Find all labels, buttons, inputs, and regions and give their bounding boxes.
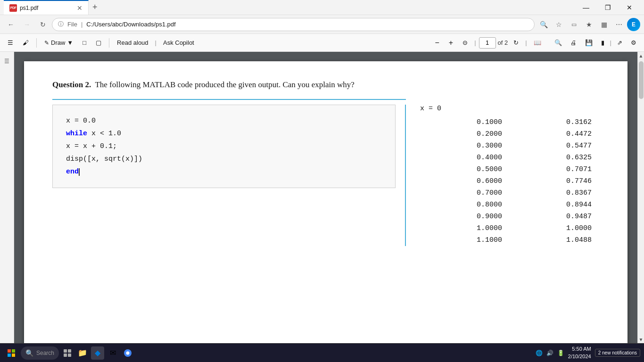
current-date: 2/10/2024 bbox=[568, 353, 591, 360]
task-view-icon bbox=[64, 349, 71, 357]
read-aloud-label: Read aloud bbox=[117, 39, 149, 46]
output-col2: 1.0488 bbox=[510, 234, 599, 246]
address-input-bar[interactable]: ⓘ File | C:/Users/abc/Downloads/ps1.pdf bbox=[52, 18, 535, 31]
table-row: 0.30000.5477 bbox=[420, 140, 599, 152]
new-tab-button[interactable]: + bbox=[89, 2, 101, 12]
text-note-button[interactable]: ▢ bbox=[92, 37, 105, 48]
taskbar-search-bar[interactable]: 🔍 Search bbox=[21, 346, 59, 360]
output-col2: 0.9487 bbox=[510, 211, 599, 222]
code-line-2: while x < 1.0 bbox=[66, 127, 382, 140]
svg-rect-7 bbox=[68, 354, 71, 357]
zoom-out-button[interactable]: − bbox=[431, 37, 443, 49]
code-box: x = 0.0 while x < 1.0 x = x + 0.1; disp(… bbox=[52, 105, 396, 188]
svg-rect-5 bbox=[68, 349, 71, 353]
split-screen-button[interactable]: ▭ bbox=[567, 17, 581, 32]
ask-copilot-button[interactable]: Ask Copilot bbox=[159, 37, 198, 48]
output-col2: 0.8367 bbox=[510, 187, 599, 199]
print-button[interactable]: 🖨 bbox=[567, 37, 580, 48]
output-col1: 0.6000 bbox=[420, 175, 510, 187]
code-line-4: disp([x, sqrt(x)]) bbox=[66, 153, 382, 165]
read-aloud-button[interactable]: Read aloud bbox=[113, 37, 152, 48]
output-col2: 0.7746 bbox=[510, 175, 599, 187]
zoom-in-button[interactable]: + bbox=[445, 37, 457, 49]
tab-title: ps1.pdf bbox=[20, 5, 74, 11]
close-button[interactable]: ✕ bbox=[619, 0, 640, 15]
output-col1: 0.4000 bbox=[420, 152, 510, 164]
table-row: 0.20000.4472 bbox=[420, 128, 599, 140]
edge-taskbar-button[interactable]: ◆ bbox=[91, 346, 104, 360]
table-row: 0.80000.8944 bbox=[420, 199, 599, 211]
scrollbar-thumb[interactable] bbox=[639, 61, 644, 99]
pdf-toolbar: ☰ 🖌 ✎ Draw ▼ □ ▢ Read aloud | Ask Copilo… bbox=[0, 34, 644, 52]
output-col1: 0.7000 bbox=[420, 187, 510, 199]
pdf-viewport[interactable]: Question 2. The following MATLAB code pr… bbox=[14, 52, 637, 343]
table-row: 0.90000.9487 bbox=[420, 211, 599, 222]
output-col1: 0.9000 bbox=[420, 211, 510, 222]
forward-button[interactable]: → bbox=[20, 17, 34, 32]
browser-menu-button[interactable]: ⋯ bbox=[612, 17, 626, 32]
chrome-icon bbox=[124, 349, 132, 357]
scrollbar-up-button[interactable]: ▲ bbox=[638, 52, 644, 59]
start-button[interactable] bbox=[4, 346, 19, 361]
notification-badge[interactable]: 2 new notifications bbox=[595, 349, 640, 357]
search-browser-button[interactable]: 🔍 bbox=[537, 17, 551, 32]
file-explorer-taskbar-button[interactable]: 📁 bbox=[76, 346, 89, 360]
highlight-button[interactable]: 🖌 bbox=[19, 37, 33, 48]
rotate-button[interactable]: ↻ bbox=[510, 37, 522, 48]
fit-page-button[interactable]: ⊝ bbox=[459, 37, 471, 48]
code-line-5: end bbox=[66, 165, 382, 178]
volume-icon[interactable]: 🔊 bbox=[546, 350, 553, 356]
output-col1: 1.1000 bbox=[420, 234, 510, 246]
content-divider bbox=[52, 99, 406, 100]
mail-taskbar-button[interactable]: ✉ bbox=[106, 346, 119, 360]
svg-rect-0 bbox=[8, 349, 11, 353]
page-number-input[interactable] bbox=[479, 37, 496, 49]
current-time: 5:50 AM bbox=[568, 346, 591, 353]
total-pages-label: of 2 bbox=[498, 39, 508, 46]
svg-rect-1 bbox=[12, 349, 15, 353]
pdf-search-button[interactable]: 🔍 bbox=[551, 37, 566, 48]
output-col2: 0.8944 bbox=[510, 199, 599, 211]
profile-button[interactable]: E bbox=[627, 18, 640, 31]
draw-button[interactable]: ✎ Draw ▼ bbox=[41, 37, 77, 48]
svg-point-9 bbox=[126, 351, 130, 354]
toolbar-divider-2 bbox=[109, 38, 109, 48]
chrome-taskbar-button[interactable] bbox=[121, 346, 134, 360]
save-button[interactable]: 💾 bbox=[581, 37, 596, 48]
pdf-right-tools: 🔍 🖨 💾 ▮ | ⇗ ⚙ bbox=[551, 37, 640, 48]
table-row: 0.60000.7746 bbox=[420, 175, 599, 187]
expand-button[interactable]: ⇗ bbox=[613, 37, 626, 48]
task-view-button[interactable] bbox=[61, 346, 74, 360]
favorites-list-button[interactable]: ★ bbox=[582, 17, 596, 32]
bookview-button[interactable]: 📖 bbox=[530, 37, 545, 48]
table-row: 0.40000.6325 bbox=[420, 152, 599, 164]
restore-button[interactable]: ❐ bbox=[597, 0, 619, 15]
highlight-icon: 🖌 bbox=[23, 39, 29, 46]
back-button[interactable]: ← bbox=[4, 17, 18, 32]
collections-button[interactable]: ▦ bbox=[597, 17, 611, 32]
title-bar: PDF ps1.pdf ✕ + — ❐ ✕ bbox=[0, 0, 644, 15]
content-area: x = 0.0 while x < 1.0 x = x + 0.1; disp(… bbox=[52, 105, 599, 246]
annotations-button[interactable]: ☰ bbox=[4, 37, 17, 48]
output-col1: 0.1000 bbox=[420, 116, 510, 128]
left-panel: ☰ bbox=[0, 52, 14, 343]
flashcard-button[interactable]: ▮ bbox=[597, 37, 608, 48]
code-line-3: x = x + 0.1; bbox=[66, 140, 382, 153]
minimize-button[interactable]: — bbox=[575, 0, 597, 15]
pdf-settings-button[interactable]: ⚙ bbox=[627, 37, 640, 48]
refresh-button[interactable]: ↻ bbox=[36, 17, 50, 32]
output-table: 0.10000.31620.20000.44720.30000.54770.40… bbox=[420, 116, 599, 246]
left-panel-button[interactable]: ☰ bbox=[1, 56, 13, 67]
favorites-button[interactable]: ☆ bbox=[552, 17, 566, 32]
tab-close-button[interactable]: ✕ bbox=[77, 4, 83, 12]
scrollbar-down-button[interactable]: ▼ bbox=[638, 336, 644, 343]
eraser-button[interactable]: □ bbox=[79, 37, 90, 48]
annotations-icon: ☰ bbox=[8, 39, 13, 46]
output-col1: 0.5000 bbox=[420, 164, 510, 175]
active-tab[interactable]: PDF ps1.pdf ✕ bbox=[4, 0, 89, 15]
battery-icon[interactable]: 🔋 bbox=[557, 350, 564, 356]
taskbar-clock[interactable]: 5:50 AM 2/10/2024 bbox=[568, 346, 591, 360]
tab-favicon: PDF bbox=[9, 4, 17, 12]
output-col1: 1.0000 bbox=[420, 222, 510, 234]
network-icon[interactable]: 🌐 bbox=[536, 350, 543, 356]
